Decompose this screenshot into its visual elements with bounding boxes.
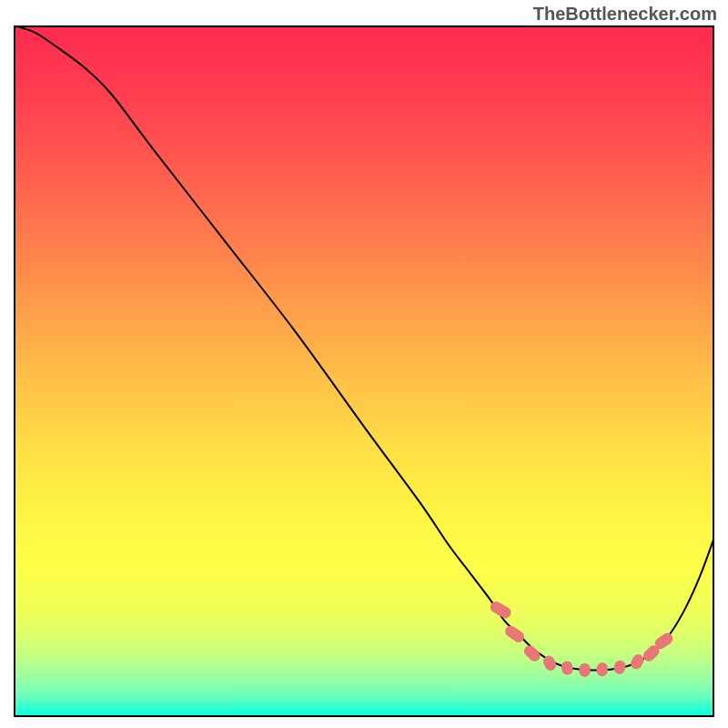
chart-gradient-background xyxy=(14,25,714,717)
svg-rect-0 xyxy=(14,25,714,717)
watermark-text: TheBottlenecker.com xyxy=(533,4,717,25)
chart-container xyxy=(14,25,714,717)
